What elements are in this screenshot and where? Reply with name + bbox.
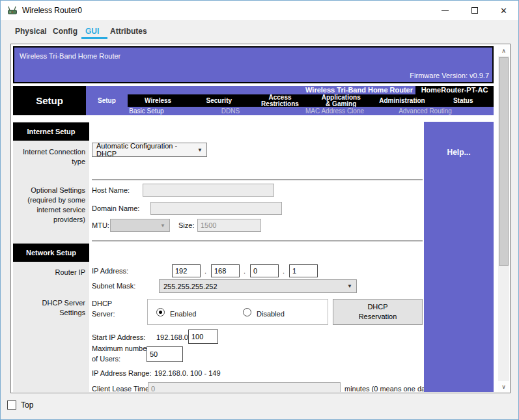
lease-time-label: Client Lease Time: — [92, 385, 151, 392]
subnav-advanced-routing[interactable]: Advanced Routing — [399, 107, 452, 115]
domain-name-label: Domain Name: — [92, 204, 139, 212]
internet-setup-header: Internet Setup — [13, 122, 89, 141]
optional-settings-label: Optional Settings (required by some inte… — [18, 186, 85, 224]
tab-physical[interactable]: Physical — [15, 27, 47, 36]
tab-gui[interactable]: GUI — [85, 27, 99, 36]
maximize-button[interactable] — [460, 1, 489, 20]
minimize-icon — [442, 10, 449, 11]
nav-menu: Setup Wireless Security Access Restricti… — [86, 94, 494, 107]
ip-dot: . — [244, 267, 245, 275]
start-ip-input[interactable] — [188, 329, 218, 344]
lease-time-suffix: minutes (0 means one day) — [344, 385, 431, 392]
chevron-down-icon: ▼ — [347, 283, 352, 289]
subnet-mask-value: 255.255.255.252 — [163, 283, 217, 290]
dhcp-server-settings-label: DHCP Server Settings — [27, 298, 85, 318]
router-nav: Setup Wireless Tri-Band Home Router Home… — [13, 86, 494, 115]
ip-octet-3-input[interactable] — [250, 264, 279, 277]
ip-octet-2-input[interactable] — [211, 264, 240, 277]
minimize-button[interactable] — [430, 1, 460, 20]
form-area: Automatic Configuration - DHCP ▼ Host Na… — [89, 122, 424, 392]
subnet-mask-label: Subnet Mask: — [92, 282, 135, 290]
nav-tab-wireless[interactable]: Wireless — [128, 94, 189, 107]
maximize-icon — [471, 7, 478, 14]
subnet-mask-dropdown[interactable]: 255.255.255.252 ▼ — [159, 279, 357, 293]
current-section-title: Setup — [13, 86, 86, 115]
router-ip-label: Router IP — [20, 268, 85, 277]
nav-tab-administration[interactable]: Administration — [372, 94, 433, 107]
window-title: Wireless Router0 — [22, 6, 82, 15]
chevron-down-icon: ∨ — [501, 384, 506, 390]
chevron-down-icon: ▼ — [197, 147, 203, 153]
nav-brand-text: Wireless Tri-Band Home Router — [305, 86, 413, 94]
firmware-version: Firmware Version: v0.9.7 — [410, 72, 489, 79]
connection-type-label: Internet Connection type — [20, 147, 85, 167]
dhcp-server-label: DHCP Server: — [92, 299, 115, 320]
nav-tab-access-restrictions[interactable]: Access Restrictions — [249, 94, 311, 107]
help-column: Help... — [424, 122, 494, 392]
close-button[interactable]: ✕ — [489, 1, 518, 20]
router-device-icon — [7, 5, 18, 16]
vertical-scrollbar[interactable]: ∧ ∨ — [498, 45, 509, 392]
top-checkbox[interactable] — [7, 400, 16, 410]
top-checkbox-label: Top — [21, 400, 33, 410]
scrollbar-thumb[interactable] — [499, 57, 509, 266]
scroll-down-button[interactable]: ∨ — [498, 381, 509, 392]
nav-tab-security[interactable]: Security — [188, 94, 249, 107]
subnav-mac-address-clone[interactable]: MAC Address Clone — [305, 107, 364, 115]
ip-octet-1-input[interactable] — [172, 264, 201, 277]
ip-range-label: IP Address Range: — [92, 369, 152, 377]
nav-tab-setup[interactable]: Setup — [86, 94, 128, 107]
ip-dot: . — [283, 267, 285, 275]
ip-address-label: IP Address: — [92, 267, 128, 275]
lease-time-input[interactable] — [148, 382, 341, 392]
title-bar[interactable]: Wireless Router0 ✕ — [1, 1, 518, 20]
connection-type-value: Automatic Configuration - DHCP — [96, 142, 197, 158]
size-label: Size: — [178, 221, 194, 229]
chevron-down-icon: ▼ — [160, 223, 165, 229]
ip-range-value: 192.168.0. 100 - 149 — [154, 369, 221, 377]
wireless-router-window: Wireless Router0 ✕ Physical Config GUI A… — [0, 0, 519, 420]
nav-tab-status[interactable]: Status — [432, 94, 494, 107]
nav-right: Wireless Tri-Band Home Router HomeRouter… — [86, 86, 494, 115]
start-ip-label: Start IP Address: — [92, 333, 145, 341]
active-tab-underline — [81, 37, 107, 39]
section-divider — [92, 179, 423, 180]
gui-panel: Wireless Tri-Band Home Router Firmware V… — [10, 44, 511, 393]
dhcp-server-groupbox: Enabled Disabled — [147, 299, 328, 325]
tab-config[interactable]: Config — [53, 27, 77, 36]
host-name-label: Host Name: — [92, 186, 130, 194]
close-icon: ✕ — [500, 7, 507, 15]
router-banner: Wireless Tri-Band Home Router Firmware V… — [13, 46, 494, 83]
device-tab-bar: Physical Config GUI Attributes — [1, 20, 518, 42]
chevron-up-icon: ∧ — [501, 48, 506, 54]
ip-dot: . — [204, 267, 206, 275]
subnav-basic-setup[interactable]: Basic Setup — [129, 107, 163, 115]
tab-attributes[interactable]: Attributes — [110, 27, 147, 36]
nav-submenu: Basic Setup DDNS MAC Address Clone Advan… — [86, 107, 494, 115]
mtu-dropdown[interactable]: ▼ — [110, 219, 170, 232]
nav-model-text: HomeRouter-PT-AC — [415, 86, 494, 94]
start-ip-prefix: 192.168.0. — [156, 333, 190, 341]
help-link[interactable]: Help... — [424, 148, 494, 157]
dhcp-enabled-radio[interactable] — [156, 308, 165, 316]
scroll-up-button[interactable]: ∧ — [498, 45, 509, 56]
section-divider — [92, 240, 423, 242]
dhcp-reservation-button[interactable]: DHCP Reservation — [333, 299, 423, 325]
radio-selected-dot — [159, 311, 162, 314]
section-sidebar: Internet Setup Internet Connection type … — [13, 122, 89, 392]
subnav-ddns[interactable]: DDNS — [221, 107, 240, 115]
domain-name-input[interactable] — [150, 202, 282, 215]
mtu-size-input[interactable] — [197, 219, 261, 232]
top-checkbox-row: Top — [7, 400, 33, 410]
ip-octet-4-input[interactable] — [289, 264, 318, 277]
nav-tab-applications-gaming[interactable]: Applications & Gaming — [311, 94, 372, 107]
mtu-label: MTU: — [92, 221, 109, 229]
connection-type-dropdown[interactable]: Automatic Configuration - DHCP ▼ — [92, 143, 207, 157]
network-setup-header: Network Setup — [13, 244, 89, 262]
host-name-input[interactable] — [143, 184, 274, 197]
dhcp-disabled-radio[interactable] — [243, 308, 251, 316]
max-users-input[interactable] — [147, 346, 183, 362]
setup-page: Internet Setup Internet Connection type … — [13, 122, 494, 392]
max-users-label: Maximum number of Users: — [92, 344, 149, 365]
banner-title: Wireless Tri-Band Home Router — [20, 52, 120, 60]
